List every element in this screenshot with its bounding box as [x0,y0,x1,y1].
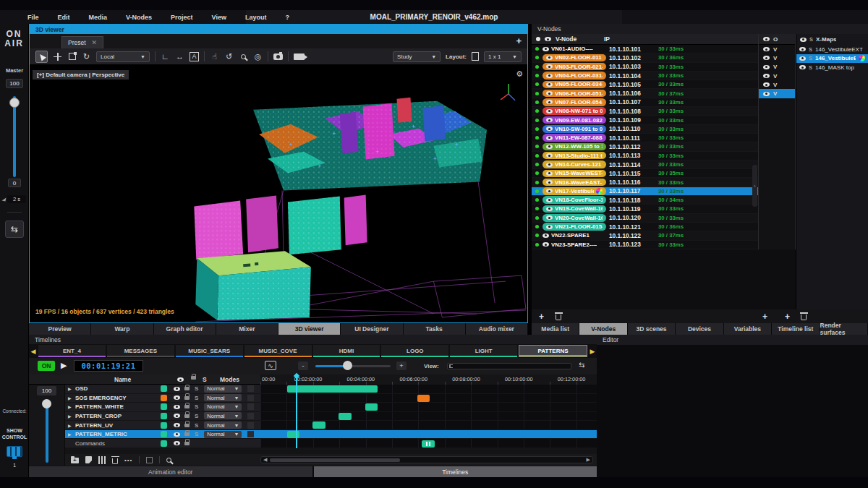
expand-arrow[interactable]: ▶ [68,386,75,391]
solo-button[interactable]: S [195,395,198,401]
eye-icon[interactable] [546,189,553,193]
track-row-commands[interactable]: Commands [65,439,260,448]
timeline-tab-music-sears[interactable]: MUSIC_SEARS [176,345,243,357]
tab-ui-designer[interactable]: UI Designer [341,323,402,335]
tab-media-list[interactable]: Media list [532,323,579,335]
vnode-row[interactable]: VN07-FLOOR-054-010.1.10.10730 / 33ms [532,98,758,107]
mode-dropdown[interactable]: Normal▼ [204,431,242,438]
scroll-left-icon[interactable]: ◀ [29,348,38,355]
tab-audio-mixer[interactable]: Audio mixer [466,323,527,335]
focus-tool-button[interactable]: ◎ [253,53,263,61]
eye-icon[interactable] [542,47,549,51]
pan-tool-button[interactable]: ☝ [210,53,219,61]
zoom-tool-button[interactable] [239,54,248,59]
orbit-tool-button[interactable]: ↺ [224,53,234,61]
add-output-button[interactable]: + [762,312,767,321]
mode-dropdown[interactable]: Normal▼ [204,412,242,419]
eye-icon[interactable] [546,180,553,184]
lock-icon[interactable] [184,432,190,436]
eye-icon[interactable] [174,432,180,437]
preset-tab[interactable]: Preset ✕ [61,36,103,48]
vnode-row[interactable]: VN12-WW-105 to 110.1.10.11230 / 33ms [532,142,758,151]
solo-label[interactable]: S [809,55,812,61]
eye-icon[interactable] [763,65,770,69]
timeline-clip[interactable] [339,413,352,420]
track-row-sos-emergency[interactable]: ▶SOS EMERGENCYSNormal▼ [65,394,260,403]
eye-icon[interactable] [546,136,553,140]
mixer-icon[interactable] [98,456,106,464]
track-row-pattern-crop[interactable]: ▶PATTERN_CROPSNormal▼ [65,412,260,421]
vnode-row[interactable]: VN02-FLOOR-011 010.1.10.10230 / 36ms [532,53,758,62]
angle-tool-button[interactable]: ∟ [161,53,170,61]
timeline-clip[interactable] [417,395,430,402]
region-select-icon[interactable] [146,457,153,463]
track-color-swatch[interactable] [161,440,167,447]
eye-icon[interactable] [546,74,553,78]
eye-icon[interactable] [546,171,553,176]
tab-devices[interactable]: Devices [676,323,723,335]
track-color-swatch[interactable] [161,403,167,410]
solo-button[interactable]: S [195,431,198,437]
vnode-row[interactable]: VN18-CoveFloor-110.1.10.11830 / 34ms [532,196,758,205]
vnode-row[interactable]: VN01-AUDIO----10.1.10.10130 / 33ms [532,45,758,53]
add-note-icon[interactable] [85,456,92,463]
eye-icon[interactable] [546,82,553,87]
study-dropdown[interactable]: Study▼ [393,51,441,62]
menu-edit[interactable]: Edit [58,14,70,21]
vnode-row[interactable]: VN11-EW-087-088-10.1.10.11130 / 33ms [532,134,758,142]
track-color-swatch[interactable] [161,431,167,437]
editor-panel-title[interactable]: Editor [597,335,868,345]
menu-view[interactable]: View [212,14,226,21]
scroll-right-icon[interactable]: ▶ [588,348,597,355]
xmap-row[interactable]: S146_VestibuleEXT [796,45,868,54]
scrollbar-thumb[interactable] [270,458,400,462]
track-color-swatch[interactable] [161,385,167,392]
add-folder-icon[interactable] [71,458,79,463]
tab-warp[interactable]: Warp [91,323,153,335]
delete-xmap-button[interactable] [801,314,807,320]
scroll-right-icon[interactable]: ▶ [587,457,590,463]
select-tool-button[interactable] [35,51,48,63]
on-button[interactable]: ON [38,361,55,371]
time-ruler[interactable]: 00:0000:02:00:0000:04:00:0000:06:00:0000… [260,374,597,385]
expand-arrow[interactable]: ▶ [68,395,75,401]
view-scrollbar-thumb[interactable] [449,364,453,368]
timeline-clip[interactable] [422,440,435,448]
eye-icon[interactable] [763,82,770,87]
transform-space-dropdown[interactable]: Local▼ [96,51,150,62]
tab-tasks[interactable]: Tasks [404,323,465,335]
timeline-clip[interactable] [312,421,326,429]
timeline-tab-ent-4[interactable]: ENT_4 [38,345,106,357]
lock-icon[interactable] [184,424,190,427]
menu-[interactable]: ? [285,14,289,21]
link-button[interactable]: ⇆ [5,221,24,238]
eye-icon[interactable] [546,64,553,69]
expand-arrow[interactable]: ▶ [68,432,75,437]
eye-icon[interactable] [546,153,553,158]
eye-icon[interactable] [763,56,770,60]
viewer-panel-title[interactable]: 3D viewer [30,25,527,34]
mini-row[interactable]: V [759,72,795,80]
mode-dropdown[interactable]: Normal▼ [204,403,242,411]
vnode-row[interactable]: VN05-FLOOR-034-010.1.10.10530 / 33ms [532,80,758,89]
track-row-pattern-white[interactable]: ▶PATTERN_WHITESNormal▼ [65,403,260,412]
track-color-swatch[interactable] [161,413,167,419]
xmap-row[interactable]: S146_MASK top [796,63,868,72]
vnode-row[interactable]: VN16-WaveEAST-110.1.10.11630 / 33ms [532,178,758,187]
timeline-clip[interactable] [287,385,378,393]
vnode-row[interactable]: VN10-SW-091 to 0910.1.10.11030 / 33ms [532,125,758,134]
eye-icon[interactable] [546,56,553,60]
horizontal-scrollbar[interactable]: ◀ ▶ [260,456,593,463]
layout-dropdown[interactable]: 1 x 1▼ [484,51,522,62]
timeline-clip[interactable] [365,403,378,411]
master-slider-track[interactable] [13,96,16,177]
tab-3d-viewer[interactable]: 3D viewer [278,323,340,335]
snapshot-button[interactable] [273,53,283,60]
menu-layout[interactable]: Layout [245,14,267,21]
timeline-tab-music-cove[interactable]: MUSIC_COVE [244,345,312,357]
vnode-row[interactable]: VN13-Studio-111 t10.1.10.11330 / 33ms [532,152,758,160]
eye-icon[interactable] [546,109,553,114]
eye-icon[interactable] [546,100,553,104]
gear-icon[interactable]: ⚙ [516,69,523,79]
search-icon[interactable] [166,458,171,463]
